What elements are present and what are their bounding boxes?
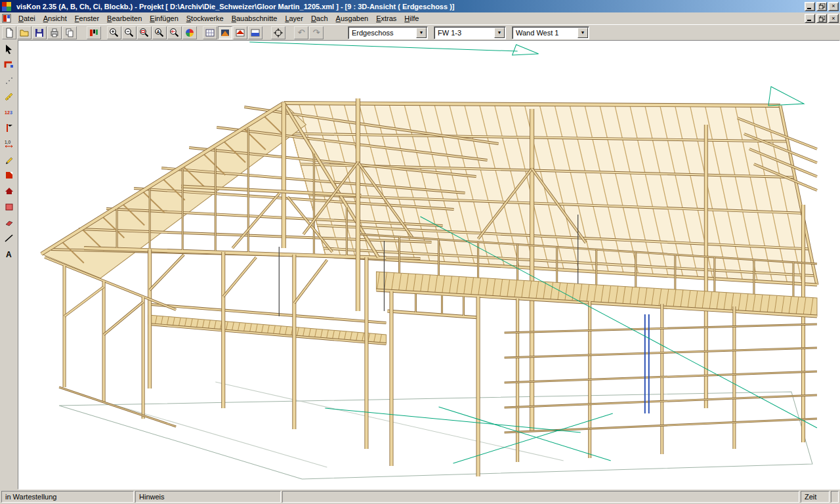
center-icon[interactable] bbox=[271, 26, 285, 39]
svg-text:3: 3 bbox=[10, 110, 12, 115]
svg-text:A: A bbox=[6, 250, 12, 259]
chevron-down-icon[interactable]: ▼ bbox=[578, 28, 588, 38]
print-icon[interactable] bbox=[47, 26, 62, 39]
zoom-all-icon[interactable]: A bbox=[152, 26, 167, 39]
chevron-down-icon[interactable]: ▼ bbox=[494, 28, 505, 38]
menu-fenster[interactable]: Fenster bbox=[71, 13, 103, 24]
field-combobox[interactable]: FW 1-3 ▼ bbox=[434, 26, 506, 39]
mdi-close-button[interactable]: × bbox=[828, 14, 839, 23]
wall-combobox[interactable]: Wand West 1 ▼ bbox=[512, 26, 589, 39]
line-tool-icon[interactable] bbox=[2, 231, 16, 245]
status-hint: Hinweis bbox=[135, 491, 281, 503]
menu-dach[interactable]: Dach bbox=[307, 13, 332, 24]
numbering-tool-icon[interactable]: 123 bbox=[2, 105, 16, 119]
status-mode: in Wartestellung bbox=[1, 491, 134, 503]
project-icon[interactable] bbox=[87, 26, 101, 39]
mdi-restore-button[interactable] bbox=[816, 14, 827, 23]
app-icon bbox=[2, 2, 12, 11]
mdi-minimize-button[interactable] bbox=[805, 14, 815, 23]
view-roof-icon[interactable] bbox=[233, 26, 247, 39]
zoom-out-icon[interactable] bbox=[122, 26, 136, 39]
menu-extras[interactable]: Extras bbox=[372, 13, 400, 24]
menu-bearbeiten[interactable]: Bearbeiten bbox=[103, 13, 146, 24]
roof bbox=[41, 103, 817, 285]
view-shaded-icon[interactable] bbox=[248, 26, 262, 39]
copy-icon[interactable] bbox=[62, 26, 77, 39]
menu-bauabschnitte[interactable]: Bauabschnitte bbox=[228, 13, 282, 24]
field-value: FW 1-3 bbox=[434, 29, 494, 37]
zoom-in-icon[interactable] bbox=[107, 26, 121, 39]
svg-text:A: A bbox=[157, 29, 160, 33]
view-axo-icon[interactable] bbox=[218, 26, 232, 39]
wall-value: Wand West 1 bbox=[513, 29, 577, 37]
storey-value: Erdgeschoss bbox=[348, 29, 415, 37]
snap-points-icon[interactable] bbox=[2, 74, 16, 88]
measure-tool-icon[interactable]: 1,0 bbox=[2, 136, 16, 151]
status-message bbox=[282, 491, 799, 503]
status-end-panel bbox=[831, 491, 839, 503]
zoom-previous-icon[interactable] bbox=[167, 26, 182, 39]
menu-ansicht[interactable]: Ansicht bbox=[39, 13, 71, 24]
select-tool-icon[interactable] bbox=[2, 42, 16, 56]
ground-outline bbox=[59, 382, 812, 479]
redo-icon[interactable]: ↷ bbox=[309, 26, 324, 39]
save-icon[interactable] bbox=[32, 26, 47, 39]
new-document-icon[interactable] bbox=[2, 26, 16, 39]
title-bar: visKon 2.35 (A, B, Ch, Ci, Blockb.) - Pr… bbox=[0, 0, 840, 12]
menu-datei[interactable]: Datei bbox=[14, 13, 39, 24]
main-area: 123 1,0 A bbox=[0, 40, 840, 490]
menu-bar: Datei Ansicht Fenster Bearbeiten Einfüge… bbox=[0, 12, 840, 24]
minimize-button[interactable] bbox=[805, 2, 815, 11]
undo-icon[interactable]: ↶ bbox=[294, 26, 308, 39]
wall-tool-icon[interactable] bbox=[2, 58, 16, 72]
dimension-tool-icon[interactable] bbox=[2, 89, 16, 104]
window-title: visKon 2.35 (A, B, Ch, Ci, Blockb.) - Pr… bbox=[14, 3, 803, 10]
status-bar: in Wartestellung Hinweis Zeit bbox=[0, 490, 840, 504]
main-toolbar: A ↶ ↷ Erdgeschoss ▼ FW 1-3 ▼ Wand West 1… bbox=[0, 24, 840, 40]
menu-layer[interactable]: Layer bbox=[281, 13, 307, 24]
roof-tool-icon[interactable] bbox=[2, 184, 16, 198]
menu-ausgaben[interactable]: Ausgaben bbox=[332, 13, 373, 24]
document-system-icon[interactable] bbox=[2, 14, 12, 23]
section-tool-icon[interactable] bbox=[2, 121, 16, 135]
storey-combobox[interactable]: Erdgeschoss ▼ bbox=[348, 26, 428, 39]
zoom-window-icon[interactable] bbox=[137, 26, 152, 39]
menu-hilfe[interactable]: Hilfe bbox=[400, 13, 423, 24]
3d-view-canvas[interactable] bbox=[18, 40, 840, 490]
pencil-tool-icon[interactable] bbox=[2, 152, 16, 167]
3d-scene bbox=[18, 41, 839, 489]
delete-tool-icon[interactable] bbox=[2, 215, 16, 230]
open-folder-icon[interactable] bbox=[17, 26, 32, 39]
text-tool-icon[interactable]: A bbox=[2, 247, 16, 261]
marker-tool-icon[interactable] bbox=[2, 168, 16, 182]
menu-stockwerke[interactable]: Stockwerke bbox=[182, 13, 228, 24]
tool-palette: 123 1,0 A bbox=[0, 40, 18, 490]
status-time-label: Zeit bbox=[801, 491, 830, 503]
menu-einfuegen[interactable]: Einfügen bbox=[146, 13, 182, 24]
close-button[interactable]: × bbox=[828, 2, 839, 11]
chevron-down-icon[interactable]: ▼ bbox=[416, 28, 427, 38]
render-icon[interactable] bbox=[182, 26, 197, 39]
panel-tool-icon[interactable] bbox=[2, 200, 16, 214]
view-grid-icon[interactable] bbox=[203, 26, 217, 39]
restore-button[interactable] bbox=[816, 2, 827, 11]
svg-text:1,0: 1,0 bbox=[5, 140, 10, 144]
svg-text:12: 12 bbox=[5, 110, 10, 115]
